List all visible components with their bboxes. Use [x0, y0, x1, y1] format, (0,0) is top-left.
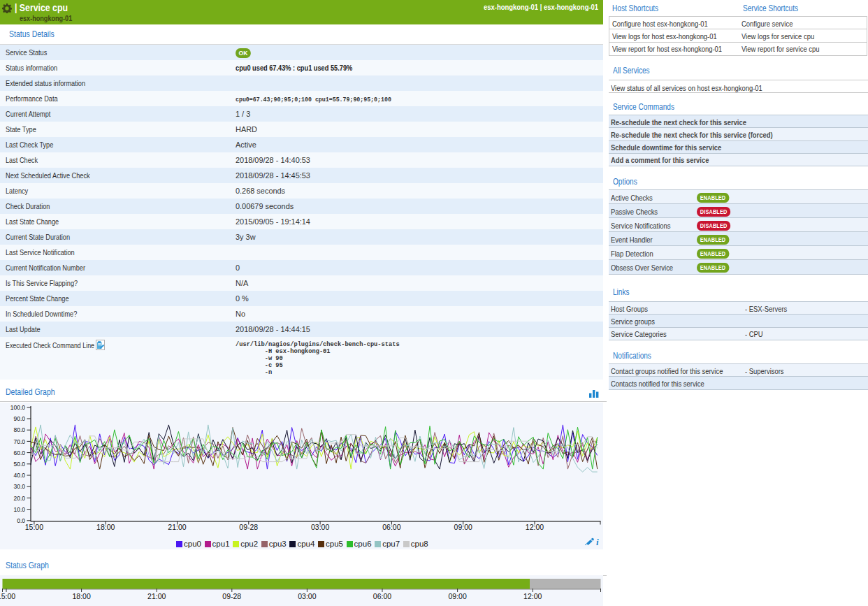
- svg-text:40.0: 40.0: [13, 472, 25, 479]
- svg-text:03:00: 03:00: [311, 523, 329, 531]
- svg-text:i: i: [596, 538, 599, 546]
- svg-text:03:00: 03:00: [298, 592, 316, 600]
- svg-text:12:00: 12:00: [523, 592, 542, 600]
- svg-text:09-28: 09-28: [239, 523, 258, 531]
- svg-text:10.0: 10.0: [13, 506, 25, 513]
- svg-text:06:00: 06:00: [373, 592, 391, 600]
- svg-text:20.0: 20.0: [13, 495, 25, 502]
- svg-text:30.0: 30.0: [13, 483, 25, 490]
- svg-text:70.0: 70.0: [13, 438, 25, 445]
- svg-text:21:00: 21:00: [168, 523, 186, 531]
- svg-text:09-28: 09-28: [222, 592, 241, 600]
- svg-text:06:00: 06:00: [382, 523, 400, 531]
- svg-text:60.0: 60.0: [13, 449, 25, 456]
- svg-text:80.0: 80.0: [13, 426, 25, 433]
- svg-text:50.0: 50.0: [13, 461, 25, 468]
- svg-text:0.0: 0.0: [17, 517, 25, 524]
- svg-text:18:00: 18:00: [72, 592, 90, 600]
- svg-text:09:00: 09:00: [454, 523, 472, 531]
- svg-text:15:00: 15:00: [25, 523, 43, 531]
- svg-text:100.0: 100.0: [10, 404, 26, 411]
- svg-text:12:00: 12:00: [526, 523, 544, 531]
- svg-text:21:00: 21:00: [147, 592, 166, 600]
- svg-text:18:00: 18:00: [96, 523, 115, 531]
- svg-text:90.0: 90.0: [13, 415, 25, 422]
- svg-text:09:00: 09:00: [448, 592, 466, 600]
- svg-text:15:00: 15:00: [0, 592, 15, 600]
